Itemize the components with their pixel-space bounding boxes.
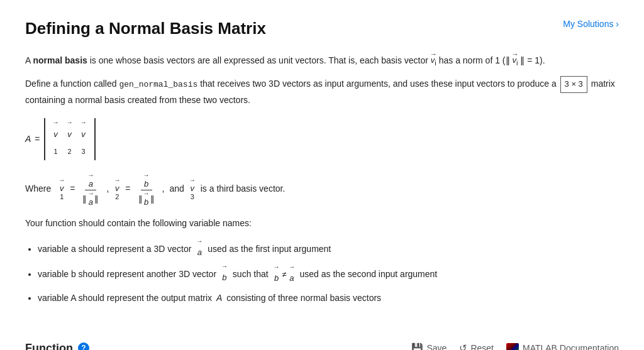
- where-label: Where: [25, 183, 51, 194]
- matlab-icon: [506, 343, 519, 350]
- function-title-text: Function: [25, 342, 73, 351]
- intro-paragraph-2: Define a function called gen_normal_basi…: [25, 76, 619, 107]
- reset-button[interactable]: ↺ Reset: [459, 342, 494, 350]
- v1-fraction: → a ‖ → a ‖: [80, 169, 101, 208]
- where-section: Where → v1 = → a ‖ → a: [25, 169, 619, 208]
- normal-basis-bold: normal basis: [33, 55, 87, 65]
- variables-intro-text: Your function should contain the followi…: [25, 218, 619, 228]
- v3-description: is a third basis vector.: [201, 183, 286, 194]
- matrix-size-box: 3 × 3: [560, 76, 587, 93]
- v-arrow-inline: → vi: [431, 54, 436, 68]
- function-title: Function ?: [25, 342, 89, 351]
- help-icon[interactable]: ?: [78, 342, 89, 350]
- save-icon: 💾: [411, 342, 423, 350]
- toolbar-actions: 💾 Save ↺ Reset MATLAB Documentation: [411, 342, 619, 350]
- function-section: Function ? 💾 Save ↺ Reset MATLAB Documen…: [25, 342, 619, 351]
- v-norm-inline: → vi: [512, 54, 518, 68]
- reset-icon: ↺: [459, 342, 467, 350]
- save-button[interactable]: 💾 Save: [411, 342, 447, 350]
- page-container: My Solutions › Defining a Normal Basis M…: [0, 0, 644, 350]
- variables-list: variable a should represent a 3D vector …: [38, 238, 619, 306]
- my-solutions-link[interactable]: My Solutions ›: [563, 19, 619, 29]
- variable-b-item: variable b should represent another 3D v…: [38, 263, 619, 286]
- function-name-code: gen_normal_basis: [119, 80, 197, 89]
- and-label: and: [169, 183, 184, 194]
- reset-label: Reset: [470, 343, 494, 350]
- matlab-doc-button[interactable]: MATLAB Documentation: [506, 343, 619, 350]
- function-header: Function ? 💾 Save ↺ Reset MATLAB Documen…: [25, 342, 619, 351]
- v2-fraction: → b ‖ → b ‖: [136, 169, 157, 208]
- intro-paragraph-1: A normal basis is one whose basis vector…: [25, 53, 619, 68]
- save-label: Save: [426, 343, 447, 350]
- matlab-doc-label: MATLAB Documentation: [523, 343, 619, 350]
- page-title: Defining a Normal Basis Matrix: [25, 19, 619, 38]
- variable-A-item: variable A should represent the output m…: [38, 289, 619, 307]
- variable-a-item: variable a should represent a 3D vector …: [38, 238, 619, 261]
- matrix-equation: A = → v1 → v2 → v3: [25, 118, 619, 160]
- matrix-bracket: → v1 → v2 → v3: [44, 118, 96, 160]
